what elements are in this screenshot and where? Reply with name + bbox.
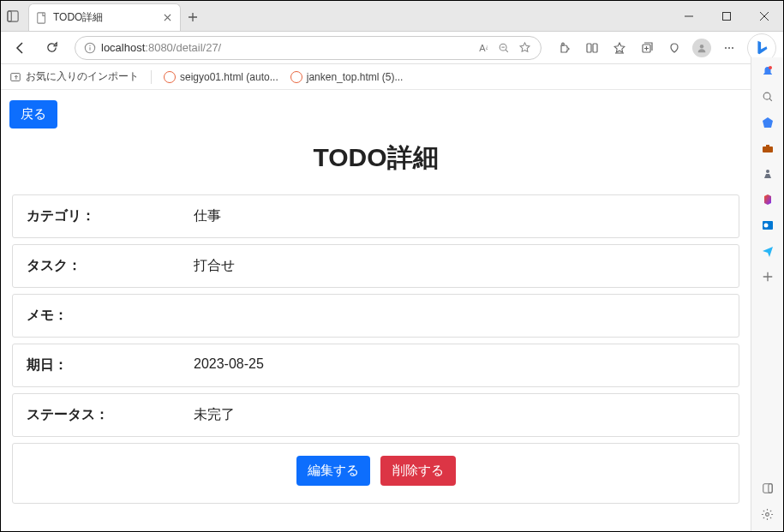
bookmark-favicon <box>290 71 302 83</box>
svg-rect-25 <box>768 484 771 493</box>
sidebar-outlook-icon[interactable] <box>759 217 776 234</box>
detail-row-status: ステータス： 未完了 <box>12 393 739 437</box>
sidebar-add-icon[interactable] <box>759 268 776 285</box>
detail-label: カテゴリ： <box>27 207 194 225</box>
nav-back-button[interactable] <box>8 35 33 61</box>
svg-point-5 <box>89 45 90 45</box>
svg-rect-9 <box>587 44 591 52</box>
svg-rect-16 <box>11 73 21 81</box>
favorites-icon[interactable] <box>607 35 632 61</box>
window-close-button[interactable] <box>745 1 783 32</box>
browser-essentials-icon[interactable] <box>661 35 687 61</box>
svg-rect-0 <box>8 11 18 21</box>
sidebar-search-icon[interactable] <box>759 88 776 105</box>
svg-rect-3 <box>723 13 731 21</box>
action-buttons: 編集する 削除する <box>12 443 739 504</box>
detail-value: 未完了 <box>194 406 725 424</box>
browser-tab-active[interactable]: TODO詳細 <box>28 3 181 31</box>
detail-label: 期日： <box>27 356 194 374</box>
detail-value <box>194 307 725 325</box>
detail-value: 2023-08-25 <box>194 356 725 374</box>
bookmark-separator <box>151 70 152 84</box>
tab-title: TODO詳細 <box>53 10 156 25</box>
sidebar-shopping-icon[interactable] <box>759 114 776 131</box>
svg-rect-10 <box>593 44 597 52</box>
sidebar-office-icon[interactable] <box>759 191 776 208</box>
page-favicon <box>36 12 48 24</box>
detail-value: 打合せ <box>194 257 725 275</box>
bookmarks-bar: お気に入りのインポート seigyo01.html (auto... janke… <box>1 64 783 90</box>
delete-button[interactable]: 削除する <box>380 456 456 486</box>
window-controls <box>670 1 783 31</box>
sidebar-tools-icon[interactable] <box>759 140 776 157</box>
svg-rect-24 <box>763 484 772 493</box>
detail-label: メモ： <box>27 307 194 325</box>
svg-point-15 <box>732 47 733 49</box>
svg-point-26 <box>766 512 769 516</box>
sidebar-send-icon[interactable] <box>759 242 776 260</box>
profile-avatar[interactable] <box>689 35 715 61</box>
detail-row-memo: メモ： <box>12 294 739 338</box>
bookmark-favicon <box>164 71 176 83</box>
sidebar-games-icon[interactable] <box>759 165 776 182</box>
bookmark-import-favorites[interactable]: お気に入りのインポート <box>9 69 139 84</box>
detail-list: カテゴリ： 仕事 タスク： 打合せ メモ： 期日： 2023-08-25 ステー… <box>9 194 742 504</box>
split-screen-icon[interactable] <box>579 35 605 61</box>
svg-point-13 <box>725 47 727 49</box>
site-info-icon[interactable] <box>84 42 96 54</box>
browser-titlebar: TODO詳細 <box>1 1 783 32</box>
zoom-icon[interactable] <box>496 40 512 56</box>
window-maximize-button[interactable] <box>708 1 745 32</box>
read-aloud-icon[interactable]: A𝘪 <box>476 40 491 56</box>
svg-point-18 <box>763 93 770 99</box>
svg-rect-20 <box>766 145 769 147</box>
page-viewport: 戻る TODO詳細 カテゴリ： 仕事 タスク： 打合せ メモ： 期日： 2023… <box>1 90 751 531</box>
detail-row-date: 期日： 2023-08-25 <box>12 344 739 387</box>
svg-rect-2 <box>38 12 45 22</box>
sidebar-toggle-icon[interactable] <box>759 480 776 497</box>
svg-rect-1 <box>8 11 11 21</box>
page-body: 戻る TODO詳細 カテゴリ： 仕事 タスク： 打合せ メモ： 期日： 2023… <box>1 90 751 514</box>
url-text: localhost:8080/detail/27/ <box>101 41 470 54</box>
extensions-icon[interactable] <box>552 35 578 61</box>
more-menu-icon[interactable] <box>716 35 742 61</box>
collections-icon[interactable] <box>634 35 660 61</box>
svg-point-21 <box>766 170 769 173</box>
detail-row-task: タスク： 打合せ <box>12 244 739 288</box>
tab-close-icon[interactable] <box>161 12 173 24</box>
detail-row-category: カテゴリ： 仕事 <box>12 194 739 238</box>
svg-point-23 <box>763 224 768 228</box>
toolbar-icons <box>552 33 776 63</box>
tab-strip: TODO詳細 <box>25 1 670 31</box>
detail-label: ステータス： <box>27 406 194 424</box>
bookmark-item-janken[interactable]: janken_top.html (5)... <box>290 71 404 83</box>
detail-value: 仕事 <box>194 207 725 225</box>
favorite-star-icon[interactable] <box>517 40 532 56</box>
sidebar-settings-icon[interactable] <box>759 505 776 523</box>
svg-point-12 <box>700 45 703 48</box>
svg-point-8 <box>562 43 565 45</box>
svg-rect-19 <box>763 146 773 152</box>
new-tab-button[interactable] <box>181 3 205 31</box>
edge-sidebar <box>751 57 783 531</box>
svg-point-14 <box>728 47 730 49</box>
url-actions: A𝘪 <box>476 40 532 56</box>
window-minimize-button[interactable] <box>670 1 708 32</box>
address-bar: localhost:8080/detail/27/ A𝘪 <box>1 32 783 64</box>
bookmark-item-seigyo01[interactable]: seigyo01.html (auto... <box>164 71 278 83</box>
svg-rect-6 <box>89 47 90 51</box>
edit-button[interactable]: 編集する <box>296 456 370 486</box>
back-button[interactable]: 戻る <box>9 100 57 129</box>
nav-refresh-button[interactable] <box>39 35 64 61</box>
page-title: TODO詳細 <box>9 140 742 176</box>
svg-point-17 <box>769 66 772 69</box>
detail-label: タスク： <box>27 257 194 275</box>
tab-actions-icon[interactable] <box>1 1 25 32</box>
sidebar-notification-icon[interactable] <box>759 63 776 80</box>
url-input[interactable]: localhost:8080/detail/27/ A𝘪 <box>75 36 542 60</box>
